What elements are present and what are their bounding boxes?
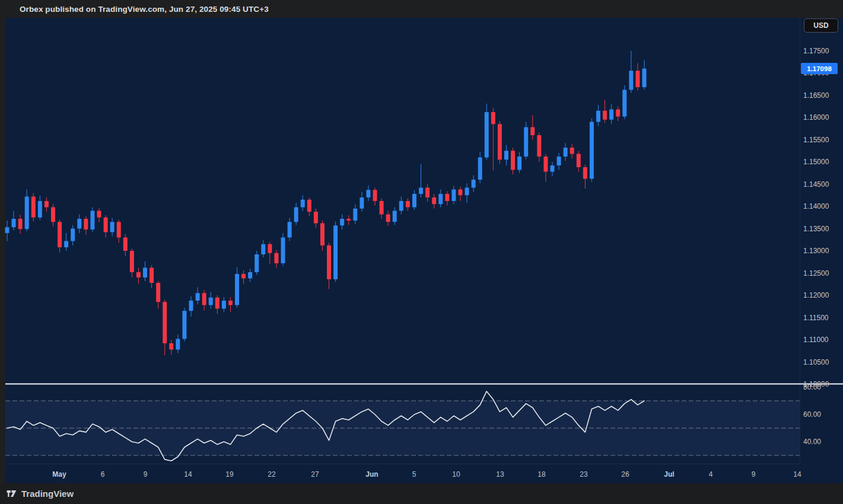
candle-body (346, 219, 351, 221)
candle-body (215, 298, 220, 309)
time-axis-label: 4 (709, 470, 713, 479)
candle-body (255, 254, 259, 272)
candle-body (537, 135, 541, 157)
candle-body (557, 157, 561, 165)
price-axis-label: 1.11500 (803, 313, 840, 323)
tradingview-logo[interactable]: TradingView (6, 488, 74, 499)
candle-body (517, 157, 521, 170)
time-axis-month-label: May (52, 470, 66, 479)
candle-body (465, 188, 469, 196)
price-axis-label: 1.15500 (803, 135, 840, 145)
candle-body (419, 188, 423, 194)
candle-body (31, 197, 36, 218)
price-axis-label: 1.15000 (803, 157, 840, 167)
candle-body (77, 219, 81, 229)
candle-body (472, 180, 476, 188)
candle-body (609, 110, 613, 120)
tradingview-brand-text: TradingView (21, 489, 74, 499)
candle-body (90, 211, 94, 230)
candle-body (97, 211, 101, 218)
time-axis-label: 5 (412, 470, 416, 479)
candle-body (485, 112, 489, 158)
candle-body (274, 253, 278, 263)
candle-body (327, 245, 331, 279)
candle-body (176, 339, 180, 350)
candlestick-rsi-canvas[interactable] (0, 0, 843, 504)
candle-body (110, 222, 114, 232)
time-axis-month-label: Jul (664, 470, 674, 479)
candle-body (136, 272, 141, 277)
candle-body (393, 211, 397, 222)
candle-body (196, 293, 200, 301)
candle-body (104, 218, 108, 232)
candle-body (71, 229, 75, 241)
candle-body (366, 190, 370, 197)
candle-body (209, 298, 213, 305)
candle-body (38, 201, 42, 218)
candle-body (399, 201, 403, 211)
price-axis-label: 1.17500 (803, 46, 840, 56)
time-axis-label: 9 (144, 470, 148, 479)
candle-body (425, 188, 430, 198)
candle-body (281, 238, 285, 264)
candle-body (406, 201, 410, 208)
time-axis-month-label: Jun (365, 470, 378, 479)
time-axis-label: 9 (752, 470, 756, 479)
candle-body (524, 127, 528, 157)
candle-body (288, 222, 292, 237)
candle-body (570, 148, 574, 154)
candle-body (498, 124, 502, 160)
candle-body (18, 219, 23, 229)
candle-body (202, 293, 206, 305)
candle-body (163, 302, 167, 343)
candle-body (117, 222, 121, 237)
candle-body (301, 200, 305, 208)
candle-body (596, 111, 600, 122)
candle-body (123, 238, 128, 251)
price-axis-label: 1.14000 (803, 202, 840, 211)
last-price-label: 1.17098 (801, 63, 838, 74)
tradingview-mark-icon (6, 488, 17, 499)
tradingview-published-chart: Orbex published on TradingView.com, Jun … (0, 0, 843, 504)
time-axis-label: 22 (268, 470, 275, 479)
candle-body (5, 227, 9, 233)
candle-body (373, 190, 377, 201)
candle-body (603, 111, 607, 120)
candle-body (333, 225, 338, 279)
price-axis-label: 1.14500 (803, 180, 840, 189)
candle-body (353, 209, 357, 221)
candle-body (616, 110, 620, 117)
candle-body (622, 90, 626, 117)
candle-body (629, 71, 633, 90)
rsi-axis-label: 60.00 (803, 410, 840, 419)
time-axis-label: 27 (311, 470, 319, 479)
candle-body (261, 244, 265, 254)
candle-body (64, 241, 68, 248)
candle-body (84, 219, 88, 229)
candle-body (564, 148, 568, 157)
candle-body (182, 311, 186, 339)
time-axis-label: 19 (225, 470, 233, 479)
candle-body (543, 157, 548, 172)
candle-body (44, 201, 49, 208)
candle-body (25, 197, 29, 229)
candle-body (189, 301, 193, 311)
candle-body (248, 272, 252, 279)
candle-body (130, 251, 134, 272)
candle-body (241, 274, 246, 279)
price-axis-label: 1.16500 (803, 91, 840, 100)
rsi-axis-label: 80.00 (803, 382, 840, 392)
rsi-band-fill (5, 401, 800, 455)
time-axis-label: 14 (793, 470, 801, 479)
candle-body (445, 194, 449, 201)
candle-body (307, 200, 311, 212)
candle-body (491, 112, 495, 124)
candle-body (156, 283, 160, 302)
time-axis-label: 10 (452, 470, 460, 479)
candle-body (228, 301, 233, 305)
price-axis-label: 1.10500 (803, 358, 840, 367)
currency-toggle-button[interactable]: USD (804, 18, 838, 33)
candle-body (380, 201, 384, 215)
candle-body (642, 69, 647, 87)
candle-body (438, 194, 443, 204)
